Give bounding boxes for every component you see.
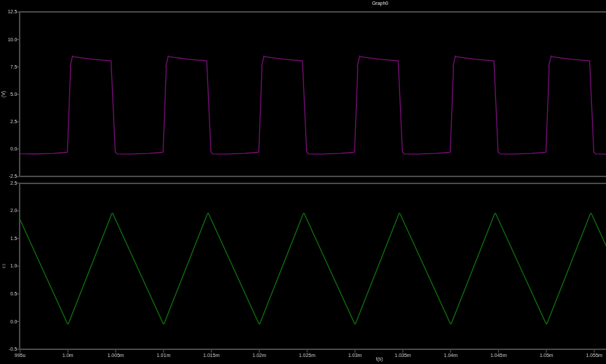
- svg-text:1.5: 1.5: [11, 236, 18, 241]
- svg-text:-0.5: -0.5: [8, 346, 17, 351]
- svg-text:1.01m: 1.01m: [157, 353, 171, 358]
- svg-text:1.025m: 1.025m: [299, 353, 316, 358]
- svg-text:1.045m: 1.045m: [490, 353, 507, 358]
- svg-text:1.05m: 1.05m: [539, 353, 553, 358]
- svg-text:5.0: 5.0: [11, 92, 18, 97]
- svg-text:1.04m: 1.04m: [444, 353, 458, 358]
- svg-text:7.5: 7.5: [11, 64, 18, 69]
- svg-text:Graph0: Graph0: [372, 1, 388, 6]
- svg-text:12.5: 12.5: [8, 9, 18, 14]
- svg-text:2.0: 2.0: [11, 208, 18, 213]
- svg-text:0.5: 0.5: [11, 291, 18, 296]
- svg-text:2.5: 2.5: [11, 119, 18, 124]
- svg-text:1.02m: 1.02m: [252, 353, 266, 358]
- svg-text:0.0: 0.0: [11, 146, 18, 151]
- svg-text:2.5: 2.5: [11, 181, 18, 186]
- svg-text:995u: 995u: [15, 353, 26, 358]
- svg-text:-2.5: -2.5: [8, 174, 17, 178]
- svg-text:1.03m: 1.03m: [348, 353, 362, 358]
- svg-text:1.055m: 1.055m: [586, 353, 603, 358]
- svg-text:1.0: 1.0: [11, 263, 18, 268]
- svg-text:1.005m: 1.005m: [108, 353, 125, 358]
- svg-text:(-): (-): [1, 264, 6, 268]
- svg-text:10.0: 10.0: [8, 37, 18, 42]
- svg-text:1.0m: 1.0m: [62, 353, 74, 358]
- svg-text:(V): (V): [1, 91, 6, 97]
- svg-text:0.0: 0.0: [11, 319, 18, 324]
- svg-text:1.035m: 1.035m: [394, 353, 411, 358]
- svg-text:t(s): t(s): [376, 356, 383, 362]
- svg-text:1.015m: 1.015m: [203, 353, 220, 358]
